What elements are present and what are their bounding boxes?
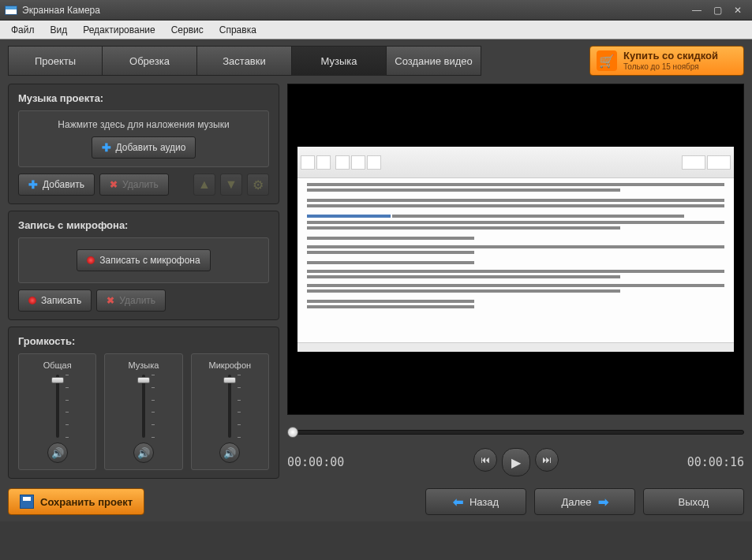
volume-master: Общая 🔊	[18, 353, 96, 470]
save-project-button[interactable]: Сохранить проект	[8, 488, 144, 515]
footer: Сохранить проект ⬅ Назад Далее ➡ Выход	[8, 488, 744, 515]
record-icon	[87, 256, 95, 264]
mic-panel: Запись с микрофона: Записать с микрофона…	[8, 211, 279, 320]
prev-button[interactable]: ⏮	[473, 448, 497, 472]
minimize-button[interactable]: —	[687, 3, 706, 17]
video-preview	[287, 84, 744, 415]
volume-music-mute[interactable]: 🔊	[133, 442, 154, 463]
x-icon: ✖	[107, 295, 114, 306]
cart-icon: 🛒	[597, 50, 617, 71]
music-panel-title: Музыка проекта:	[18, 92, 269, 104]
menu-view[interactable]: Вид	[43, 22, 76, 38]
buy-title: Купить со скидкой	[623, 50, 718, 62]
record-mic-button[interactable]: Записать с микрофона	[77, 249, 210, 271]
tab-titles[interactable]: Заставки	[197, 46, 292, 76]
music-up-button[interactable]: ▲	[193, 174, 215, 196]
menu-service[interactable]: Сервис	[163, 22, 211, 38]
buy-button[interactable]: 🛒 Купить со скидкой Только до 15 ноября	[589, 46, 744, 76]
seek-thumb[interactable]	[287, 427, 298, 438]
plus-icon: ✚	[28, 178, 38, 191]
next-button[interactable]: ⏭	[535, 448, 559, 472]
back-button[interactable]: ⬅ Назад	[425, 488, 526, 515]
volume-master-slider[interactable]	[42, 375, 73, 438]
music-settings-button[interactable]: ⚙	[247, 174, 269, 196]
menu-help[interactable]: Справка	[211, 22, 264, 38]
music-drop-hint: Нажмите здесь для наложения музыки	[27, 119, 260, 130]
time-total: 00:00:16	[665, 455, 744, 469]
exit-button[interactable]: Выход	[643, 488, 744, 515]
arrow-right-icon: ➡	[598, 495, 608, 510]
mic-dropzone: Записать с микрофона	[18, 237, 269, 283]
mic-record-button[interactable]: Записать	[18, 289, 92, 312]
player-controls: 00:00:00 ⏮ ▶ ⏭ 00:00:16	[287, 448, 744, 476]
tab-create-video[interactable]: Создание видео	[387, 46, 481, 76]
volume-mic-slider[interactable]	[214, 375, 245, 438]
music-down-button[interactable]: ▼	[220, 174, 242, 196]
seek-bar[interactable]	[287, 426, 744, 439]
play-button[interactable]: ▶	[502, 448, 530, 476]
volume-master-mute[interactable]: 🔊	[47, 442, 68, 463]
window-title: Экранная Камера	[22, 5, 687, 16]
titlebar: Экранная Камера — ▢ ✕	[0, 0, 752, 21]
music-dropzone[interactable]: Нажмите здесь для наложения музыки ✚ Доб…	[18, 110, 269, 167]
mic-panel-title: Запись с микрофона:	[18, 219, 269, 231]
tab-music[interactable]: Музыка	[292, 46, 387, 76]
music-panel: Музыка проекта: Нажмите здесь для наложе…	[8, 84, 279, 204]
tab-trim[interactable]: Обрезка	[103, 46, 197, 76]
buy-subtitle: Только до 15 ноября	[623, 62, 718, 72]
record-icon	[28, 297, 36, 304]
tab-projects[interactable]: Проекты	[8, 46, 103, 76]
music-add-button[interactable]: ✚ Добавить	[18, 174, 95, 196]
tab-row: Проекты Обрезка Заставки Музыка Создание…	[8, 46, 744, 76]
volume-mic-mute[interactable]: 🔊	[219, 442, 240, 463]
volume-panel-title: Громкость:	[18, 335, 269, 347]
music-delete-button[interactable]: ✖ Удалить	[99, 174, 169, 196]
volume-music: Музыка 🔊	[104, 353, 182, 470]
x-icon: ✖	[110, 179, 118, 190]
volume-panel: Громкость: Общая 🔊 Музыка	[8, 327, 279, 479]
save-icon	[20, 495, 34, 509]
mic-delete-button[interactable]: ✖ Удалить	[96, 289, 166, 312]
menu-file[interactable]: Файл	[3, 22, 43, 38]
close-button[interactable]: ✕	[728, 3, 747, 17]
menu-edit[interactable]: Редактирование	[75, 22, 163, 38]
maximize-button[interactable]: ▢	[708, 3, 727, 17]
next-button[interactable]: Далее ➡	[534, 488, 635, 515]
volume-music-slider[interactable]	[128, 375, 159, 438]
arrow-left-icon: ⬅	[453, 495, 463, 510]
preview-frame	[297, 147, 735, 351]
app-icon	[5, 6, 17, 15]
add-audio-button[interactable]: ✚ Добавить аудио	[92, 136, 196, 159]
volume-mic: Микрофон 🔊	[191, 353, 269, 470]
plus-icon: ✚	[102, 141, 111, 154]
menubar: Файл Вид Редактирование Сервис Справка	[0, 21, 752, 39]
time-current: 00:00:00	[287, 455, 366, 469]
